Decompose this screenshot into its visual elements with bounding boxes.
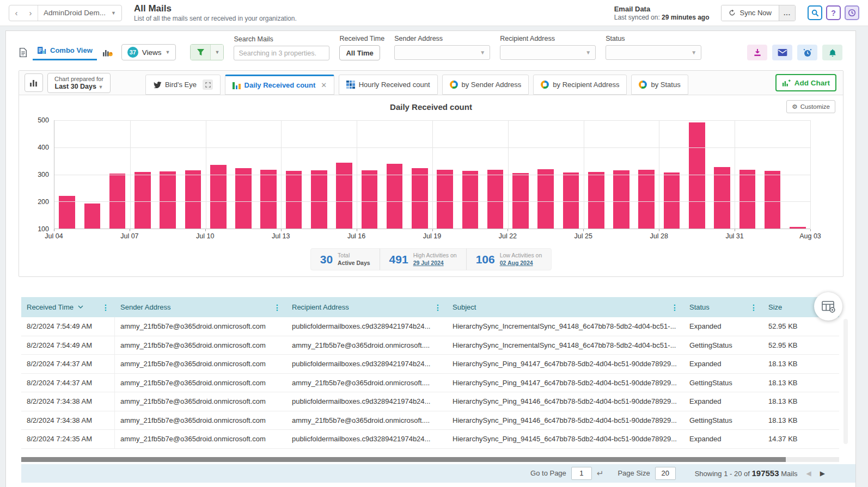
bar-jul-23[interactable] [537,169,554,229]
table-row[interactable]: 8/2/2024 7:34:38 AMammy_21fb5b7e@o365dro… [21,411,839,430]
chart-period-dropdown[interactable]: Chart prepared for Last 30 Days ▼ [47,73,111,93]
chart-tab-daily-received-count[interactable]: Daily Received count✕ [225,75,334,95]
nav-forward-icon[interactable]: › [23,5,38,21]
column-menu-icon[interactable]: ⋮ [671,304,678,311]
table-row[interactable]: 8/2/2024 7:54:49 AMammy_21fb5b7e@o365dro… [21,336,839,355]
vertical-scrollbar[interactable] [843,319,848,444]
table-row[interactable]: 8/2/2024 7:34:38 AMammy_21fb5b7e@o365dro… [21,392,839,411]
bar-jul-29[interactable] [689,122,705,229]
chart-tab-by-recipient-address[interactable]: by Recipient Address [533,75,627,95]
table-row[interactable]: 8/2/2024 7:54:49 AMammy_21fb5b7e@o365dro… [21,317,839,336]
help-button[interactable]: ? [826,5,841,20]
workspace-dropdown[interactable]: AdminDroid Dem... ▼ [38,5,121,21]
page-size-input[interactable] [655,467,676,480]
tab-combo-view[interactable]: Combo View [33,42,97,60]
schedule-button[interactable] [797,45,817,60]
bar-jul-11[interactable] [235,168,252,229]
filter-select[interactable]: ▼ [394,45,490,60]
filter-select[interactable]: ▼ [500,45,596,60]
bar-jul-22[interactable] [512,173,529,229]
sort-desc-icon[interactable] [78,305,83,309]
sync-more-button[interactable]: ... [779,5,795,21]
grid-view-button[interactable] [19,44,27,60]
stat-label-line2[interactable]: 02 Aug 2024 [500,260,542,267]
bar-jul-14[interactable] [311,170,327,229]
received-time-button[interactable]: All Time [339,45,380,60]
donut-chart-icon [450,81,458,89]
bar-jul-31[interactable] [739,170,756,229]
chart-tab-bird-s-eye[interactable]: Bird's Eye [145,75,221,95]
bar-jul-18[interactable] [412,168,428,229]
bar-jul-05[interactable] [84,204,101,229]
filter-dropdown-button[interactable]: ▼ [210,45,223,60]
filter-select[interactable]: ▼ [606,45,701,60]
table-row[interactable]: 8/2/2024 7:24:35 AMammy_21fb5b7e@o365dro… [21,430,839,449]
sync-button-group: Sync Now ... [721,5,796,21]
table-row[interactable]: 8/2/2024 7:44:37 AMammy_21fb5b7e@o365dro… [21,355,839,374]
cell-size: 18.13 KB [763,374,839,392]
customize-button[interactable]: ⚙ Customize [786,100,835,113]
bar-jul-15[interactable] [336,163,352,229]
nav-back-icon[interactable]: ‹ [9,5,23,21]
global-search-button[interactable] [808,5,822,20]
next-page-button[interactable]: ▶ [820,470,825,477]
bar-jul-28[interactable] [664,172,680,229]
bar-jul-09[interactable] [185,170,201,229]
horizontal-scrollbar [21,457,839,462]
chart-view-button[interactable] [102,44,113,60]
bar-jul-21[interactable] [487,170,504,229]
export-button[interactable] [747,45,767,60]
column-menu-icon[interactable]: ⋮ [102,304,109,311]
add-chart-button[interactable]: Add Chart [775,74,836,91]
stat-label-line2[interactable]: 29 Jul 2024 [413,260,457,267]
clock-icon [848,9,856,17]
cell-subject: HierarchySync_Ping_94146_6c47bb78-5db2-4… [447,411,684,430]
column-menu-icon[interactable]: ⋮ [273,304,281,311]
toolbar: Combo View 37 Views ▼ ▼ Search Mails Rec… [6,31,855,66]
bar-jul-25[interactable] [588,172,604,229]
bar-jul-27[interactable] [638,170,655,229]
history-button[interactable] [845,5,859,20]
bar-jul-07[interactable] [135,172,151,229]
prev-page-button[interactable]: ◀ [806,470,811,477]
goto-page-input[interactable] [571,467,592,480]
chart-list-button[interactable] [25,73,43,92]
column-header-received-time[interactable]: Received Time⋮ [21,297,115,317]
column-settings-button[interactable] [814,292,842,320]
bar-jul-20[interactable] [462,171,479,229]
bar-jul-19[interactable] [437,170,453,229]
bar-jul-16[interactable] [362,170,378,229]
views-dropdown-button[interactable]: 37 Views ▼ [121,44,176,60]
filter-button[interactable] [191,45,210,60]
search-input[interactable] [234,46,329,60]
y-tick-label: 300 [38,171,49,178]
column-header-subject[interactable]: Subject⋮ [447,297,684,317]
chart-tab-by-sender-address[interactable]: by Sender Address [442,75,529,95]
column-menu-icon[interactable]: ⋮ [434,304,442,311]
horizontal-scrollbar-thumb[interactable] [21,457,786,462]
bar-aug-01[interactable] [765,171,781,229]
enter-icon[interactable]: ↵ [597,468,604,478]
table-row[interactable]: 8/2/2024 7:44:37 AMammy_21fb5b7e@o365dro… [21,374,839,393]
bar-jul-30[interactable] [714,167,730,229]
chart-tab-by-status[interactable]: by Status [631,75,688,95]
expand-icon[interactable] [203,79,213,90]
column-header-sender-address[interactable]: Sender Address⋮ [115,297,286,317]
column-header-status[interactable]: Status⋮ [684,297,763,317]
column-header-recipient-address[interactable]: Recipient Address⋮ [286,297,447,317]
alerts-button[interactable] [822,45,842,60]
chart-tab-hourly-received-count[interactable]: Hourly Received count [339,75,437,95]
bar-jul-12[interactable] [260,170,277,229]
bar-jul-13[interactable] [286,171,302,229]
close-icon[interactable]: ✕ [321,81,327,89]
bar-jul-17[interactable] [387,164,403,229]
email-report-button[interactable] [772,45,792,60]
bar-jul-24[interactable] [563,172,579,229]
bar-jul-26[interactable] [613,170,629,229]
sync-now-button[interactable]: Sync Now [722,5,779,21]
filter-received-time: Received TimeAll Time [339,35,384,60]
bar-aug-02[interactable] [790,227,806,229]
column-menu-icon[interactable]: ⋮ [750,304,757,311]
bar-jul-08[interactable] [160,171,176,229]
cell-subject: HierarchySync_Ping_94147_6c47bb78-5db2-4… [447,355,684,373]
